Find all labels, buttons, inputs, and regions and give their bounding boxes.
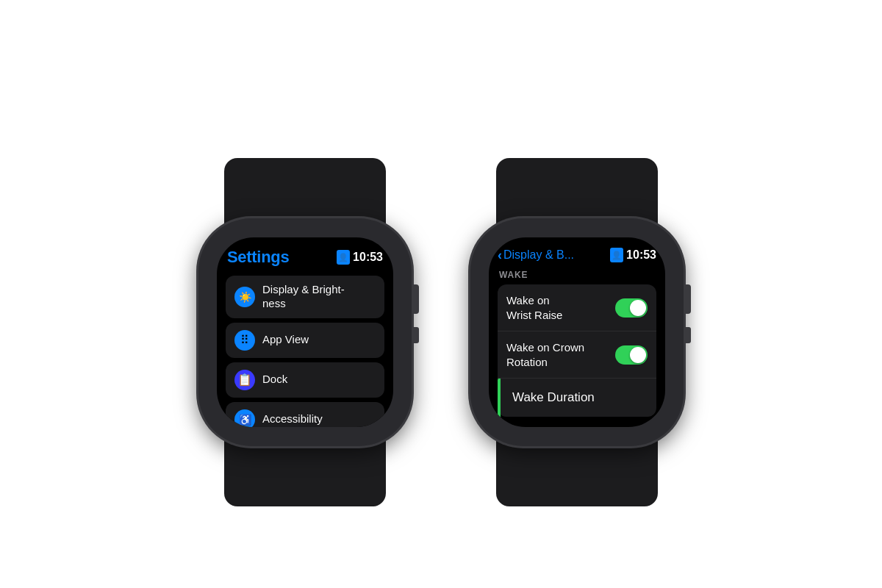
watch-band-top-1 — [224, 158, 386, 224]
dock-icon: 📋 — [234, 370, 255, 390]
settings-list: ☀️ Display & Bright-ness ⠿ App View 📋 Do… — [226, 276, 384, 427]
time-1: 10:53 — [353, 251, 383, 264]
header-right-1: 👤 10:53 — [337, 250, 383, 265]
display-screen: ‹ Display & B... 👤 10:53 WAKE Wake onWri… — [489, 237, 665, 427]
watch-screen-1: Settings 👤 10:53 ☀️ Display & Bright-nes… — [217, 237, 393, 427]
wake-crown-rotation-label: Wake on CrownRotation — [506, 340, 615, 369]
person-icon-1: 👤 — [338, 253, 348, 262]
toggle-thumb-2 — [630, 347, 646, 363]
settings-item-display[interactable]: ☀️ Display & Bright-ness — [226, 276, 384, 318]
wake-wrist-raise-label: Wake onWrist Raise — [506, 293, 615, 322]
dock-label: Dock — [262, 373, 287, 387]
wake-duration-item[interactable]: Wake Duration — [498, 379, 656, 417]
appview-icon: ⠿ — [234, 330, 255, 351]
settings-header: Settings 👤 10:53 — [226, 248, 384, 267]
wake-duration-label: Wake Duration — [512, 390, 595, 405]
settings-item-appview[interactable]: ⠿ App View — [226, 323, 384, 358]
accessibility-label: Accessibility — [262, 412, 323, 426]
watch-band-top-2 — [496, 158, 658, 224]
display-label: Display & Bright-ness — [262, 283, 345, 311]
lock-icon-2: 👤 — [610, 248, 623, 262]
settings-screen: Settings 👤 10:53 ☀️ Display & Bright-nes… — [217, 237, 393, 427]
header-right-2: 👤 10:53 — [610, 248, 656, 262]
settings-title: Settings — [227, 248, 289, 267]
watch-screen-2: ‹ Display & B... 👤 10:53 WAKE Wake onWri… — [489, 237, 665, 427]
watch-case-1: Settings 👤 10:53 ☀️ Display & Bright-nes… — [198, 218, 412, 446]
accessibility-icon: ♿ — [234, 409, 255, 428]
watch-button-2[interactable] — [684, 327, 691, 343]
person-icon-2: 👤 — [612, 251, 622, 260]
appview-label: App View — [262, 333, 309, 347]
wake-wrist-raise-toggle[interactable] — [615, 298, 648, 318]
back-button[interactable]: ‹ Display & B... — [498, 248, 574, 262]
watch-crown-2[interactable] — [684, 284, 691, 314]
lock-icon-1: 👤 — [337, 250, 350, 265]
green-accent — [498, 379, 501, 417]
time-2: 10:53 — [626, 248, 656, 262]
watch-1: Settings 👤 10:53 ☀️ Display & Bright-nes… — [191, 158, 419, 430]
settings-item-dock[interactable]: 📋 Dock — [226, 362, 384, 398]
back-label: Display & B... — [503, 248, 574, 262]
watch-band-bottom-2 — [496, 440, 658, 506]
display-icon: ☀️ — [234, 287, 255, 307]
display-header: ‹ Display & B... 👤 10:53 — [498, 248, 656, 262]
watch-2: ‹ Display & B... 👤 10:53 WAKE Wake onWri… — [463, 158, 691, 430]
section-label-wake: WAKE — [498, 270, 656, 280]
watch-button-1[interactable] — [412, 327, 419, 343]
wake-wrist-raise-item[interactable]: Wake onWrist Raise — [498, 284, 656, 331]
wake-crown-rotation-toggle[interactable] — [615, 345, 648, 365]
watch-crown-1[interactable] — [412, 284, 419, 314]
display-list: Wake onWrist Raise Wake on CrownRotation — [498, 284, 656, 417]
watch-case-2: ‹ Display & B... 👤 10:53 WAKE Wake onWri… — [470, 218, 684, 446]
wake-crown-rotation-item[interactable]: Wake on CrownRotation — [498, 331, 656, 379]
chevron-left-icon: ‹ — [498, 248, 502, 262]
watch-band-bottom-1 — [224, 440, 386, 506]
settings-item-accessibility[interactable]: ♿ Accessibility — [226, 402, 384, 428]
toggle-thumb-1 — [630, 300, 646, 316]
